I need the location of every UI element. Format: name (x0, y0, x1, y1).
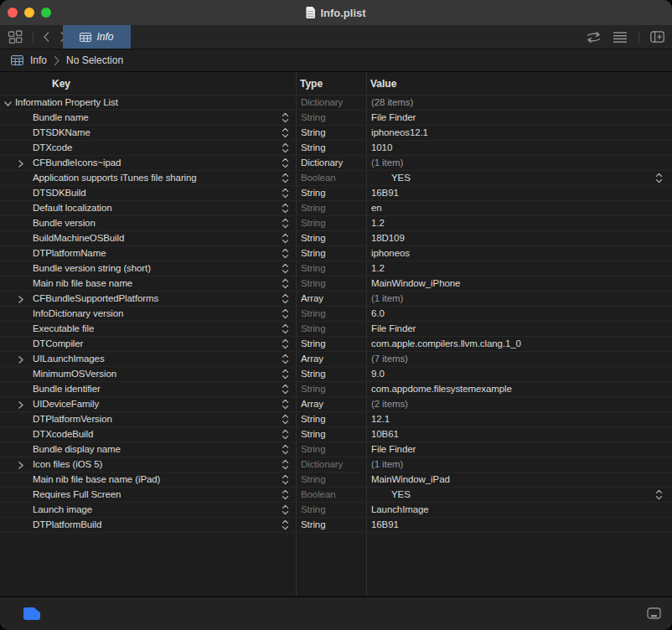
row-value[interactable]: File Finder (371, 323, 416, 333)
table-row[interactable]: Bundle display nameStringFile Finder (0, 442, 672, 457)
row-value[interactable]: YES (391, 173, 411, 183)
table-row[interactable]: Bundle nameStringFile Finder (0, 111, 672, 126)
row-value[interactable]: (28 items) (371, 97, 413, 107)
table-row[interactable]: DTXcodeBuildString10B61 (0, 427, 672, 442)
current-file-icon[interactable] (23, 607, 40, 620)
row-value[interactable]: 1.2 (371, 218, 385, 228)
row-type[interactable]: String (301, 444, 325, 454)
row-type[interactable]: String (301, 384, 325, 394)
table-row[interactable]: Requires Full ScreenBooleanYES (0, 488, 672, 503)
row-value[interactable]: com.appdome.filesystemexample (371, 384, 512, 394)
row-type[interactable]: String (301, 369, 325, 379)
table-row[interactable]: CFBundleSupportedPlatformsArray(1 item) (0, 292, 672, 307)
value-stepper-icon[interactable] (282, 293, 289, 304)
value-stepper-icon[interactable] (282, 188, 289, 199)
disclosure-chevron-icon[interactable] (3, 100, 13, 107)
toggle-bottom-panel-icon[interactable] (647, 607, 661, 619)
row-value[interactable]: 12.1 (371, 414, 390, 424)
value-stepper-icon[interactable] (282, 323, 289, 334)
column-header-type[interactable]: Type (300, 78, 323, 90)
disclosure-chevron-icon[interactable] (17, 355, 24, 364)
table-row[interactable]: Bundle versionString1.2 (0, 216, 672, 231)
row-value[interactable]: LaunchImage (371, 504, 429, 514)
minimize-button[interactable] (24, 8, 34, 18)
row-value[interactable]: (1 item) (371, 459, 403, 469)
table-row[interactable]: MinimumOSVersionString9.0 (0, 367, 672, 382)
value-stepper-icon[interactable] (282, 474, 289, 485)
table-row[interactable]: Application supports iTunes file sharing… (0, 171, 672, 186)
value-stepper-icon[interactable] (282, 504, 289, 515)
table-row[interactable]: DTCompilerStringcom.apple.compilers.llvm… (0, 337, 672, 352)
value-stepper-icon[interactable] (282, 173, 289, 183)
value-stepper-icon[interactable] (282, 429, 289, 440)
row-value[interactable]: (2 items) (371, 399, 408, 409)
table-row[interactable]: BuildMachineOSBuildString18D109 (0, 231, 672, 246)
row-type[interactable]: Array (301, 293, 323, 303)
title-bar[interactable]: Info.plist (0, 0, 672, 25)
row-value[interactable]: (1 item) (371, 158, 403, 168)
row-value[interactable]: iphoneos (371, 248, 410, 258)
row-type[interactable]: String (301, 323, 325, 333)
row-value[interactable]: File Finder (371, 444, 416, 454)
row-type[interactable]: String (301, 263, 325, 273)
row-type[interactable]: Boolean (301, 489, 336, 499)
row-value[interactable]: YES (391, 489, 411, 499)
disclosure-chevron-icon[interactable] (17, 159, 24, 168)
row-value[interactable]: 10B61 (371, 429, 399, 439)
value-stepper-icon[interactable] (282, 444, 289, 455)
value-stepper-icon[interactable] (655, 173, 663, 183)
row-value[interactable]: (7 items) (371, 354, 408, 364)
row-value[interactable]: 1010 (371, 142, 392, 152)
table-row[interactable]: UILaunchImagesArray(7 items) (0, 352, 672, 367)
row-type[interactable]: Dictionary (301, 158, 343, 168)
row-type[interactable]: String (301, 519, 325, 529)
table-row[interactable]: Main nib file base nameStringMainWindow_… (0, 276, 672, 292)
row-value[interactable]: com.apple.compilers.llvm.clang.1_0 (371, 338, 521, 349)
row-type[interactable]: Array (301, 399, 323, 409)
value-stepper-icon[interactable] (282, 489, 289, 500)
row-type[interactable]: String (301, 218, 325, 228)
value-stepper-icon[interactable] (282, 158, 289, 168)
jump-bar[interactable]: Info No Selection (0, 49, 672, 72)
value-stepper-icon[interactable] (282, 278, 289, 289)
value-stepper-icon[interactable] (282, 233, 289, 244)
breadcrumb-file[interactable]: Info (30, 54, 47, 66)
row-type[interactable]: Array (301, 354, 323, 364)
code-review-icon[interactable] (586, 31, 602, 44)
row-value[interactable]: 18D109 (371, 233, 405, 243)
close-button[interactable] (8, 8, 18, 18)
table-row[interactable]: DTSDKNameStringiphoneos12.1 (0, 126, 672, 141)
row-value[interactable]: en (371, 203, 382, 213)
value-stepper-icon[interactable] (282, 248, 289, 259)
row-type[interactable]: String (301, 142, 325, 152)
table-row[interactable]: UIDeviceFamilyArray(2 items) (0, 397, 672, 412)
add-editor-icon[interactable] (650, 31, 664, 43)
value-stepper-icon[interactable] (282, 142, 289, 153)
table-row[interactable]: Executable fileStringFile Finder (0, 322, 672, 337)
table-row[interactable]: CFBundleIcons~ipadDictionary(1 item) (0, 156, 672, 171)
table-row[interactable]: Bundle version string (short)String1.2 (0, 261, 672, 276)
table-row[interactable]: Bundle identifierStringcom.appdome.files… (0, 382, 672, 397)
value-stepper-icon[interactable] (282, 414, 289, 425)
row-value[interactable]: 1.2 (371, 263, 385, 273)
column-header-value[interactable]: Value (370, 78, 396, 90)
row-type[interactable]: String (301, 188, 325, 198)
table-row[interactable]: Default localizationStringen (0, 201, 672, 216)
value-stepper-icon[interactable] (282, 399, 289, 410)
table-row[interactable]: DTSDKBuildString16B91 (0, 186, 672, 201)
value-stepper-icon[interactable] (282, 263, 289, 274)
table-row[interactable]: DTPlatformVersionString12.1 (0, 412, 672, 427)
table-row[interactable]: DTPlatformBuildString16B91 (0, 518, 672, 533)
value-stepper-icon[interactable] (282, 338, 289, 349)
value-stepper-icon[interactable] (282, 218, 289, 229)
row-type[interactable]: String (301, 248, 325, 258)
value-stepper-icon[interactable] (282, 369, 289, 380)
table-row[interactable]: DTPlatformNameStringiphoneos (0, 246, 672, 261)
table-row[interactable]: Icon files (iOS 5)Dictionary(1 item) (0, 457, 672, 472)
value-stepper-icon[interactable] (282, 354, 289, 364)
row-value[interactable]: MainWindow_iPad (371, 474, 450, 484)
row-value[interactable]: 9.0 (371, 369, 385, 379)
row-value[interactable]: (1 item) (371, 293, 403, 303)
column-header-key[interactable]: Key (52, 78, 70, 90)
adjust-editor-options-icon[interactable] (613, 31, 628, 43)
